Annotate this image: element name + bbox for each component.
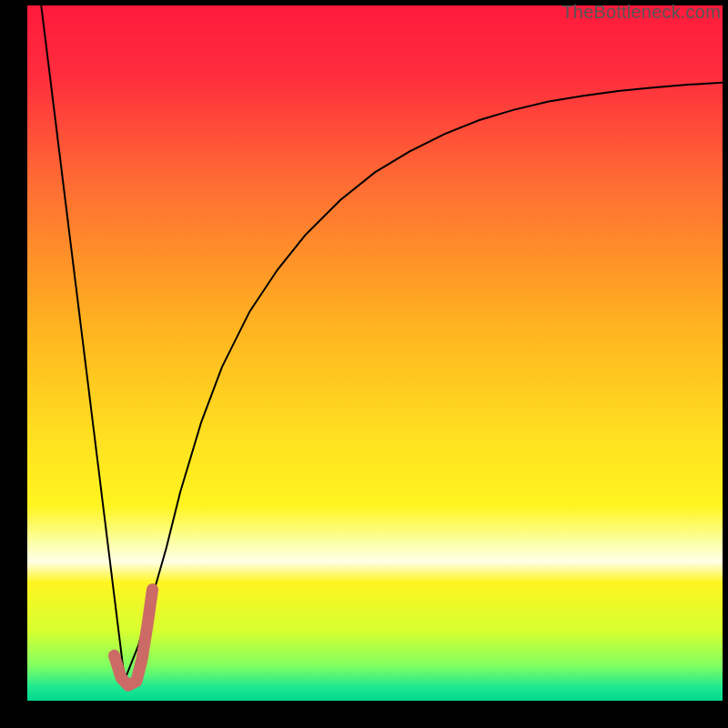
gradient-background bbox=[27, 5, 723, 701]
watermark-text: TheBottleneck.com bbox=[561, 2, 721, 23]
svg-rect-0 bbox=[27, 5, 723, 701]
chart-frame: TheBottleneck.com bbox=[0, 0, 728, 728]
plot-area bbox=[27, 5, 723, 701]
